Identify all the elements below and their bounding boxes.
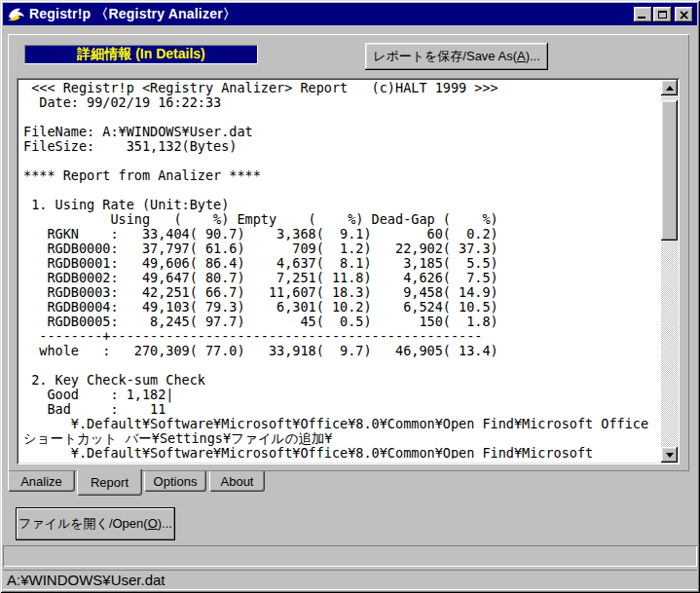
open-button-label-suffix: )... [158,516,172,531]
close-button[interactable]: × [675,7,693,22]
scroll-up-button[interactable] [661,80,678,95]
up-arrow-icon [666,86,674,91]
close-icon: × [679,9,690,20]
status-file-path: A:¥WINDOWS¥User.dat [7,572,166,588]
maximize-icon [658,11,667,19]
progress-panel [3,545,697,567]
tab-about[interactable]: About [209,471,265,492]
maximize-button[interactable] [653,7,672,22]
scrollbar-track[interactable] [661,95,678,447]
tab-report[interactable]: Report [77,469,142,496]
save-report-button[interactable]: レポートを保存/Save As(A)... [365,43,548,70]
scrollbar-thumb[interactable] [661,100,678,241]
details-header: 詳細情報 (In Details) [24,45,258,64]
report-text: <<< Registr!p <Registry Analizer> Report… [17,78,657,459]
window-title: Registr!p 〈Registry Analizer〉 [29,6,237,23]
save-button-label-suffix: )... [526,49,540,63]
tab-options[interactable]: Options [144,471,206,492]
app-window: Registr!p 〈Registry Analizer〉 × 詳細情報 (In… [0,0,700,593]
report-text-area[interactable]: <<< Registr!p <Registry Analizer> Report… [17,78,680,464]
open-button-accesskey: O [148,516,158,531]
tab-analize[interactable]: Analize [8,471,75,492]
vertical-scrollbar[interactable] [661,80,678,463]
window-controls: × [633,7,693,22]
app-icon [7,7,25,22]
save-button-accesskey: A [517,49,526,63]
scroll-down-button[interactable] [661,447,678,463]
minimize-icon [638,17,645,19]
status-bar: A:¥WINDOWS¥User.dat [3,570,697,590]
minimize-button[interactable] [634,7,652,22]
titlebar[interactable]: Registr!p 〈Registry Analizer〉 × [3,3,697,25]
save-button-label: レポートを保存/Save As( [373,49,517,63]
down-arrow-icon [666,453,674,458]
open-file-button[interactable]: ファイルを開く/Open(O)... [16,507,175,540]
open-button-label: ファイルを開く/Open( [18,516,148,531]
report-tab-page: 詳細情報 (In Details) レポートを保存/Save As(A)... … [8,34,689,471]
